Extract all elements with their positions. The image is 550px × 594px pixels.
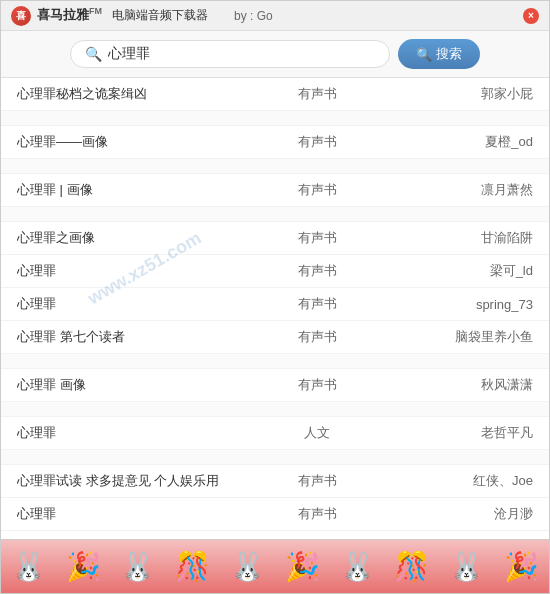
search-input[interactable] — [108, 46, 328, 62]
table-row[interactable]: 心理罪 第七个读者 有声书 脑袋里养小鱼 — [1, 321, 549, 354]
result-author: 梁可_ld — [357, 262, 533, 280]
table-row[interactable]: 心理罪 有声书 沧月渺 — [1, 498, 549, 531]
result-author: 老哲平凡 — [357, 424, 533, 442]
result-type: 有声书 — [277, 328, 357, 346]
app-logo: 喜 — [11, 6, 31, 26]
search-bar: 🔍 🔍 搜索 — [1, 31, 549, 78]
results-container[interactable]: www.xz51.com 心理罪秘档之诡案缉凶 有声书 郭家小屁 心理罪——画像… — [1, 78, 549, 568]
result-title: 心理罪试读 求多提意见 个人娱乐用 — [17, 472, 277, 490]
search-button-icon: 🔍 — [416, 47, 432, 62]
result-title: 心理罪 — [17, 424, 277, 442]
footer-mascot: 🐰 — [334, 544, 380, 590]
result-spacer — [1, 207, 549, 222]
search-icon: 🔍 — [85, 46, 102, 62]
footer-mascot: 🎊 — [170, 544, 216, 590]
table-row[interactable]: 心理罪 有声书 spring_73 — [1, 288, 549, 321]
table-row[interactable]: 心理罪 有声书 梁可_ld — [1, 255, 549, 288]
app-name: 喜马拉雅 — [37, 8, 89, 23]
footer-mascot: 🐰 — [225, 544, 271, 590]
result-title: 心理罪 — [17, 505, 277, 523]
result-title: 心理罪 — [17, 262, 277, 280]
result-author: 秋风潇潇 — [357, 376, 533, 394]
result-title: 心理罪秘档之诡案缉凶 — [17, 85, 277, 103]
result-type: 有声书 — [277, 133, 357, 151]
footer-mascot: 🎊 — [389, 544, 435, 590]
result-title: 心理罪之画像 — [17, 229, 277, 247]
table-row[interactable]: 心理罪之画像 有声书 甘渝陷阱 — [1, 222, 549, 255]
footer-mascot: 🐰 — [444, 544, 490, 590]
footer-mascot: 🎉 — [279, 544, 325, 590]
footer-mascot: 🐰 — [5, 544, 51, 590]
result-spacer — [1, 402, 549, 417]
footer-mascot: 🎉 — [60, 544, 106, 590]
result-title: 心理罪 — [17, 295, 277, 313]
app-subtitle: 电脑端音频下载器 — [112, 7, 208, 24]
table-row[interactable]: 心理罪 人文 老哲平凡 — [1, 417, 549, 450]
title-by: by : Go — [234, 9, 273, 23]
result-type: 有声书 — [277, 295, 357, 313]
table-row[interactable]: 心理罪试读 求多提意见 个人娱乐用 有声书 红侠、Joe — [1, 465, 549, 498]
table-row[interactable]: 心理罪 | 画像 有声书 凛月萧然 — [1, 174, 549, 207]
result-title: 心理罪 | 画像 — [17, 181, 277, 199]
result-type: 有声书 — [277, 376, 357, 394]
result-type: 有声书 — [277, 472, 357, 490]
result-type: 人文 — [277, 424, 357, 442]
footer-mascot: 🐰 — [115, 544, 161, 590]
result-author: 凛月萧然 — [357, 181, 533, 199]
title-bar-left: 喜 喜马拉雅FM 电脑端音频下载器 by : Go — [11, 6, 273, 26]
result-author: 甘渝陷阱 — [357, 229, 533, 247]
result-type: 有声书 — [277, 181, 357, 199]
result-title: 心理罪——画像 — [17, 133, 277, 151]
table-row[interactable]: 心理罪 画像 有声书 秋风潇潇 — [1, 369, 549, 402]
search-input-wrapper: 🔍 — [70, 40, 390, 68]
result-spacer — [1, 354, 549, 369]
result-type: 有声书 — [277, 229, 357, 247]
result-author: 夏橙_od — [357, 133, 533, 151]
result-type: 有声书 — [277, 262, 357, 280]
footer-banner: 🐰🎉🐰🎊🐰🎉🐰🎊🐰🎉 — [1, 539, 549, 593]
result-author: spring_73 — [357, 297, 533, 312]
table-row[interactable]: 心理罪——画像 有声书 夏橙_od — [1, 126, 549, 159]
search-button[interactable]: 🔍 搜索 — [398, 39, 480, 69]
result-author: 沧月渺 — [357, 505, 533, 523]
result-spacer — [1, 450, 549, 465]
footer-mascot: 🎉 — [499, 544, 545, 590]
result-author: 郭家小屁 — [357, 85, 533, 103]
search-button-label: 搜索 — [436, 45, 462, 63]
result-type: 有声书 — [277, 85, 357, 103]
result-type: 有声书 — [277, 505, 357, 523]
close-button[interactable]: × — [523, 8, 539, 24]
result-title: 心理罪 画像 — [17, 376, 277, 394]
app-name-suffix: FM — [89, 6, 102, 16]
title-bar: 喜 喜马拉雅FM 电脑端音频下载器 by : Go × — [1, 1, 549, 31]
result-author: 脑袋里养小鱼 — [357, 328, 533, 346]
app-title: 喜马拉雅FM — [37, 6, 102, 24]
result-author: 红侠、Joe — [357, 472, 533, 490]
result-title: 心理罪 第七个读者 — [17, 328, 277, 346]
result-spacer — [1, 111, 549, 126]
table-row[interactable]: 心理罪秘档之诡案缉凶 有声书 郭家小屁 — [1, 78, 549, 111]
result-spacer — [1, 159, 549, 174]
